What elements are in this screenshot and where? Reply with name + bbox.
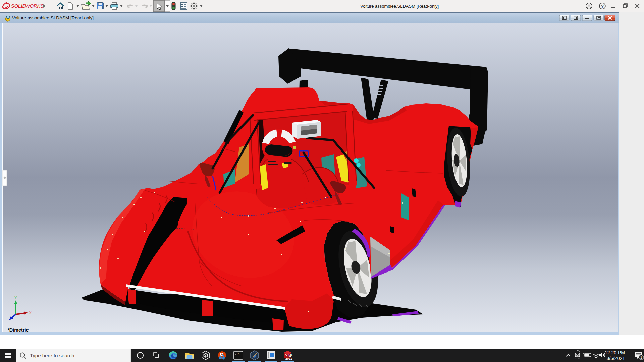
svg-text:3/5/2021: 3/5/2021	[607, 356, 625, 361]
svg-text:Voiture assomblee.SLDASM [Read: Voiture assomblee.SLDASM [Read-only]	[360, 4, 439, 9]
svg-text:SOLID: SOLID	[11, 3, 26, 9]
svg-text:?: ?	[601, 4, 604, 9]
svg-text:Voiture assomblee.SLDASM [Read: Voiture assomblee.SLDASM [Read-only]	[12, 15, 94, 20]
svg-text:S: S	[285, 353, 287, 357]
svg-text:Y: Y	[14, 296, 17, 300]
svg-text:1: 1	[640, 355, 642, 359]
svg-text:X: X	[29, 311, 32, 315]
svg-text:Type here to search: Type here to search	[30, 353, 74, 358]
svg-text:C:\_: C:\_	[235, 352, 241, 355]
svg-text:WORKS: WORKS	[25, 3, 44, 9]
svg-text:2021: 2021	[285, 357, 292, 360]
svg-text:12:20 PM: 12:20 PM	[605, 350, 625, 355]
svg-text:*Dimetric: *Dimetric	[7, 327, 29, 332]
